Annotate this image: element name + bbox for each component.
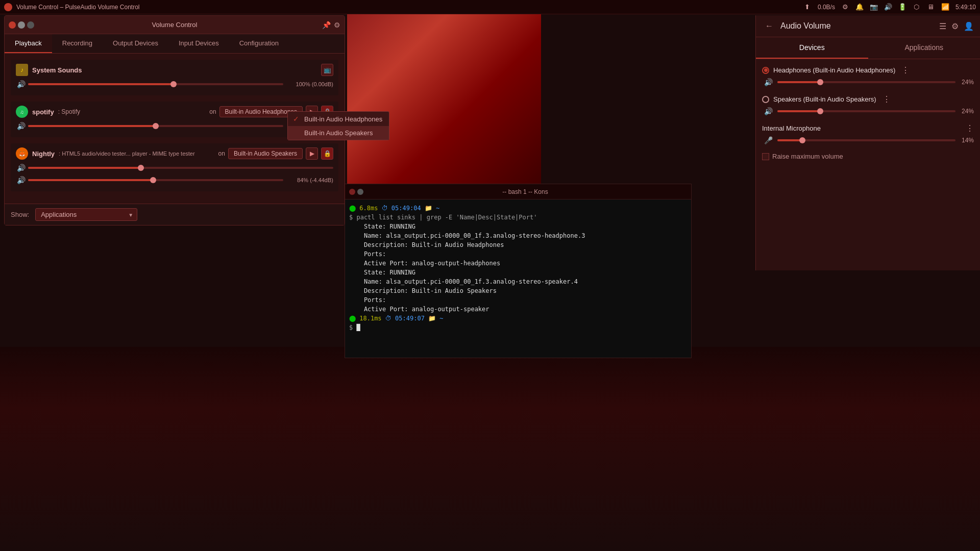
speakers-label: Built-in Audio Speakers — [304, 129, 373, 137]
terminal-line-2: $ pactl list sinks | grep -E 'Name|Desc|… — [349, 213, 687, 222]
av-speakers-thumb[interactable] — [817, 108, 823, 114]
dropdown-item-headphones[interactable]: ✓ Built-in Audio Headphones — [288, 112, 389, 126]
nightly-thumb-1[interactable] — [138, 165, 144, 171]
terminal-line-7: Active Port: analog-output-headphones — [349, 259, 687, 268]
raise-max-checkbox[interactable] — [762, 153, 769, 160]
nightly-name: Nightly — [32, 150, 55, 158]
terminal-window: -- bash 1 -- Kons ⬤ 6.8ms ⏱ 05:49:04 📁 ~… — [345, 184, 692, 358]
nightly-slider-row-2: 🔊 84% (-4.44dB) — [16, 175, 333, 185]
settings-icon[interactable]: ⚙ — [841, 3, 849, 11]
terminal-line-9: Name: alsa_output.pci-0000_00_1f.3.analo… — [349, 277, 687, 286]
volume-icon[interactable]: 🔊 — [884, 3, 892, 11]
dropdown-item-speakers[interactable]: Built-in Audio Speakers — [288, 126, 389, 140]
av-mic-menu[interactable]: ⋮ — [966, 123, 974, 133]
network-speed: 0.0B/s — [818, 4, 835, 11]
show-select[interactable]: Applications All streams — [35, 208, 137, 221]
tab-recording[interactable]: Recording — [52, 34, 103, 53]
system-sounds-lock-btn[interactable]: 📺 — [321, 64, 333, 76]
spotify-left: ♫ spotify : Spotify — [16, 106, 80, 118]
av-tab-devices[interactable]: Devices — [756, 37, 868, 59]
nightly-thumb-2[interactable] — [150, 177, 156, 183]
nightly-on-label: on — [218, 150, 225, 157]
av-headphones-thumb[interactable] — [817, 79, 823, 85]
av-mic-slider[interactable] — [777, 139, 955, 141]
tab-input-devices[interactable]: Input Devices — [168, 34, 229, 53]
nightly-mute-btn-1[interactable]: 🔊 — [16, 163, 26, 173]
vc-titlebar: Volume Control 📌 ⚙ — [5, 16, 345, 34]
av-headphones-vol-icon: 🔊 — [764, 78, 774, 86]
av-device-speakers: Speakers (Built-in Audio Speakers) ⋮ 🔊 2… — [762, 94, 974, 115]
av-tab-applications[interactable]: Applications — [868, 37, 981, 59]
system-sounds-slider[interactable] — [28, 81, 283, 87]
display-icon[interactable]: 🖥 — [927, 3, 935, 11]
terminal-line-13: ⬤ 18.1ms ⏱ 05:49:07 📁 ~ — [349, 314, 687, 323]
spotify-thumb[interactable] — [153, 123, 159, 129]
notification-icon[interactable]: 🔔 — [855, 3, 864, 11]
av-speakers-menu[interactable]: ⋮ — [883, 94, 891, 104]
system-sounds-thumb[interactable] — [170, 81, 177, 87]
vc-minimize-button[interactable] — [18, 21, 25, 29]
wifi-icon[interactable]: 📶 — [941, 3, 949, 11]
av-mic-fill — [777, 139, 802, 141]
terminal-max-btn[interactable] — [357, 189, 363, 195]
nightly-slider-2[interactable] — [28, 177, 283, 183]
device-dropdown: ✓ Built-in Audio Headphones Built-in Aud… — [287, 111, 389, 140]
av-tabs: Devices Applications — [756, 37, 980, 59]
tab-playback[interactable]: Playback — [5, 34, 52, 53]
system-sounds-mute-btn[interactable]: 🔊 — [16, 79, 26, 89]
nightly-device-btn[interactable]: Built-in Audio Speakers — [228, 148, 303, 159]
nightly-lock-btn[interactable]: 🔒 — [321, 147, 333, 160]
background-red-leaves — [347, 0, 541, 189]
av-speakers-slider[interactable] — [777, 110, 955, 112]
spotify-icon: ♫ — [16, 106, 28, 118]
terminal-line-14: $ █ — [349, 323, 687, 332]
terminal-window-buttons — [349, 189, 363, 195]
tab-configuration[interactable]: Configuration — [229, 34, 289, 53]
av-menu-icon[interactable]: ☰ — [939, 21, 946, 31]
nightly-header: 🦊 Nightly : HTML5 audio/video tester... … — [16, 147, 333, 160]
headphones-label: Built-in Audio Headphones — [304, 115, 382, 123]
audio-volume-panel: ← Audio Volume ☰ ⚙ 👤 Devices Application… — [755, 15, 980, 270]
nightly-volume-label: 84% (-4.44dB) — [287, 177, 333, 183]
vc-tabs: Playback Recording Output Devices Input … — [5, 34, 345, 54]
tab-output-devices[interactable]: Output Devices — [103, 34, 168, 53]
vc-close-button[interactable] — [9, 21, 16, 29]
terminal-content[interactable]: ⬤ 6.8ms ⏱ 05:49:04 📁 ~ $ pactl list sink… — [345, 199, 691, 358]
spotify-header: ♫ spotify : Spotify on Built-in Audio He… — [16, 106, 333, 118]
av-headphones-menu[interactable]: ⋮ — [901, 65, 910, 75]
battery-icon[interactable]: 🔋 — [898, 3, 906, 11]
av-mic-thumb[interactable] — [799, 137, 805, 143]
nightly-record-btn[interactable]: ▶ — [306, 147, 318, 160]
av-header: ← Audio Volume ☰ ⚙ 👤 — [756, 15, 980, 37]
nightly-left: 🦊 Nightly : HTML5 audio/video tester... … — [16, 147, 195, 160]
spotify-slider[interactable] — [28, 123, 283, 129]
av-speakers-controls: 🔊 24% — [762, 107, 974, 115]
taskbar-right: ⬆ 0.0B/s ⚙ 🔔 📷 🔊 🔋 ⬡ 🖥 📶 5:49:10 — [803, 3, 976, 11]
nightly-right: on Built-in Audio Speakers ▶ 🔒 — [218, 147, 333, 160]
av-user-icon[interactable]: 👤 — [964, 21, 974, 31]
av-speakers-radio[interactable] — [762, 96, 769, 103]
screenshot-icon[interactable]: 📷 — [870, 3, 878, 11]
terminal-close-btn[interactable] — [349, 189, 355, 195]
app-row-nightly: 🦊 Nightly : HTML5 audio/video tester... … — [11, 143, 338, 191]
vc-maximize-button[interactable] — [27, 21, 34, 29]
background-forest — [0, 347, 980, 551]
taskbar-app-icon — [4, 3, 12, 11]
vc-window-buttons — [9, 21, 34, 29]
av-settings-icon[interactable]: ⚙ — [951, 21, 959, 31]
nightly-slider-1[interactable] — [28, 165, 333, 171]
av-speakers-header: Speakers (Built-in Audio Speakers) ⋮ — [762, 94, 974, 104]
nightly-mute-btn-2[interactable]: 🔊 — [16, 175, 26, 185]
av-device-list: Headphones (Built-in Audio Headphones) ⋮… — [756, 59, 980, 166]
av-mic-name: Internal Microphone — [762, 124, 821, 132]
spotify-mute-btn[interactable]: 🔊 — [16, 121, 26, 131]
vc-pin-icon[interactable]: 📌 — [322, 21, 331, 29]
av-title: Audio Volume — [780, 21, 935, 31]
av-headphones-radio[interactable] — [762, 67, 769, 74]
av-back-button[interactable]: ← — [762, 20, 776, 32]
vc-menu-icon[interactable]: ⚙ — [334, 21, 340, 29]
av-headphones-slider[interactable] — [777, 81, 955, 83]
system-sounds-slider-row: 🔊 100% (0.00dB) — [16, 79, 333, 89]
bluetooth-icon[interactable]: ⬡ — [913, 3, 921, 11]
spotify-on-label: on — [209, 108, 216, 115]
